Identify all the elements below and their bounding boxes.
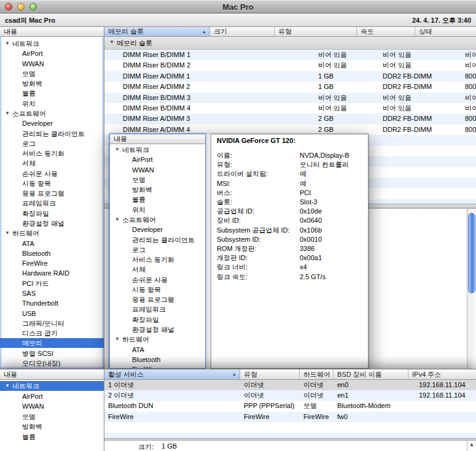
sidebar-item-디스크-굽기[interactable]: 디스크 굽기 [0, 328, 104, 338]
sidebar-item-firewire[interactable]: FireWire [110, 364, 205, 369]
sidebar-item-시동-항목[interactable]: 시동 항목 [110, 285, 205, 295]
vertical-scrollbar[interactable] [467, 209, 476, 369]
sidebar-item-developer[interactable]: Developer [0, 118, 104, 128]
sidebar-item-방화벽[interactable]: 방화벽 [0, 422, 104, 431]
sidebar-item-서비스-동기화[interactable]: 서비스 동기화 [110, 255, 205, 264]
sidebar-item-서체[interactable]: 서체 [110, 264, 205, 274]
sidebar-item-ata[interactable]: ATA [110, 345, 205, 355]
sidebar-item-볼륨[interactable]: 볼륨 [0, 88, 104, 98]
table-row[interactable]: DIMM Riser A/DIMM 32 GBDDR2 FB-DIMM800 M… [104, 114, 476, 124]
table-row[interactable]: 1 이더넷이더넷이더넷en0192.168.11.104 [104, 380, 476, 390]
sidebar-item-그래픽/모니터[interactable]: 그래픽/모니터 [0, 318, 104, 328]
column-header-memory-slot[interactable]: 메모리 슬롯 ▲ [104, 27, 210, 36]
sidebar-item-관리되는-클라이언트[interactable]: 관리되는 클라이언트 [0, 129, 104, 139]
sidebar-item-서체[interactable]: 서체 [0, 158, 104, 168]
table-row[interactable]: DIMM Riser B/DIMM 1비어 있음비어 있음비어 있음비어 있음 [104, 50, 476, 60]
table-row[interactable]: FireWireFireWireFireWirefw0 [104, 412, 476, 422]
scrollbar-thumb[interactable] [468, 213, 475, 293]
sidebar-item-airport[interactable]: AirPort [110, 155, 205, 164]
table-row[interactable]: DIMM Riser B/DIMM 3비어 있음비어 있음비어 있음비어 있음 [104, 93, 476, 103]
disclosure-open-icon[interactable]: ▼ [5, 381, 10, 391]
sidebar-item-ata[interactable]: ATA [0, 239, 104, 249]
sidebar-item-네트워크[interactable]: ▼네트워크 [0, 39, 104, 48]
sidebar-item-볼륨[interactable]: 볼륨 [110, 195, 205, 204]
sidebar-item-airport[interactable]: AirPort [0, 48, 104, 58]
sidebar-item-bluetooth[interactable]: Bluetooth [110, 355, 205, 364]
disclosure-open-icon[interactable]: ▼ [115, 334, 120, 344]
column-header-status[interactable]: 상태 [415, 27, 476, 36]
sidebar-header[interactable]: 내용 [0, 27, 104, 37]
sidebar-item-응용-프로그램[interactable]: 응용 프로그램 [0, 188, 104, 198]
memory-group-row[interactable]: ▼ 메모리 슬롯 [104, 37, 476, 50]
column-header-type[interactable]: 유형 [240, 369, 300, 379]
column-header-type[interactable]: 유형 [275, 27, 357, 36]
sidebar-item-wwan[interactable]: WWAN [110, 165, 205, 175]
sidebar-item-wwan[interactable]: WWAN [0, 59, 104, 69]
disclosure-open-icon[interactable]: ▼ [5, 39, 10, 48]
column-header-active-services[interactable]: 활성 서비스 ▲ [104, 369, 240, 379]
sidebar-item-손쉬운-사용[interactable]: 손쉬운 사용 [0, 169, 104, 179]
sidebar-item-네트워크[interactable]: ▼네트워크 [0, 381, 104, 391]
sidebar-item-방화벽[interactable]: 방화벽 [0, 79, 104, 88]
sidebar-item-관리되는-클라이언트[interactable]: 관리되는 클라이언트 [110, 235, 205, 245]
sidebar-item-pci-카드[interactable]: PCI 카드 [0, 279, 104, 288]
sidebar-item-확장파일[interactable]: 확장파일 [0, 209, 104, 218]
sidebar-item-로그[interactable]: 로그 [0, 139, 104, 148]
disclosure-open-icon[interactable]: ▼ [5, 109, 10, 118]
column-header-speed[interactable]: 속도 [357, 27, 415, 36]
sidebar-item-airport[interactable]: AirPort [0, 391, 104, 401]
scroll-up-icon[interactable]: ▲ [469, 442, 474, 447]
disclosure-open-icon[interactable]: ▼ [115, 215, 120, 225]
sidebar-item-서비스-동기화[interactable]: 서비스 동기화 [0, 148, 104, 158]
table-row[interactable]: DIMM Riser B/DIMM 4비어 있음비어 있음비어 있음비어 있음 [104, 103, 476, 114]
table-row[interactable]: 2 이더넷이더넷이더넷en1192.168.11.104 [104, 390, 476, 401]
sidebar-item-developer[interactable]: Developer [110, 225, 205, 234]
sidebar-item-병렬-scsi[interactable]: 병렬 SCSI [0, 349, 104, 358]
column-header-ipv4[interactable]: IPv4 주소 [408, 369, 476, 379]
sidebar-item-하드웨어[interactable]: ▼하드웨어 [110, 334, 205, 344]
sidebar-item-위치[interactable]: 위치 [0, 99, 104, 109]
sidebar-item-네트워크[interactable]: ▼네트워크 [110, 145, 205, 155]
table-row[interactable]: DIMM Riser A/DIMM 21 GBDDR2 FB-DIMM800 M… [104, 82, 476, 92]
disclosure-open-icon[interactable]: ▼ [109, 39, 114, 45]
sidebar-item-환경설정-패널[interactable]: 환경설정 패널 [110, 325, 205, 334]
sidebar-item-bluetooth[interactable]: Bluetooth [0, 249, 104, 258]
sidebar-item-프레임워크[interactable]: 프레임워크 [0, 198, 104, 208]
sidebar-item-소프트웨어[interactable]: ▼소프트웨어 [110, 215, 205, 225]
table-row[interactable]: Bluetooth DUNPPP (PPPSerial)모뎀Bluetooth-… [104, 401, 476, 411]
table-row[interactable] [104, 433, 476, 438]
sidebar-item-모뎀[interactable]: 모뎀 [0, 412, 104, 422]
sidebar-header[interactable]: 내용 [110, 134, 205, 144]
sidebar-item-sas[interactable]: SAS [0, 288, 104, 298]
sidebar-item-thunderbolt[interactable]: Thunderbolt [0, 298, 104, 308]
sidebar-item-시동-항목[interactable]: 시동 항목 [0, 179, 104, 188]
sidebar-item-볼륨[interactable]: 볼륨 [0, 432, 104, 442]
sidebar-header[interactable]: 내용 [0, 369, 104, 380]
column-header-size[interactable]: 크기 [210, 27, 275, 36]
sidebar-item-firewire[interactable]: FireWire [0, 258, 104, 268]
disclosure-open-icon[interactable]: ▼ [115, 145, 120, 155]
column-header-bsd-device[interactable]: BSD 장비 이름 [334, 369, 408, 379]
sidebar-item-메모리[interactable]: 메모리 [0, 338, 104, 348]
table-row[interactable] [104, 422, 476, 433]
sidebar-item-wwan[interactable]: WWAN [0, 401, 104, 411]
sidebar-item-hardware-raid[interactable]: Hardware RAID [0, 268, 104, 278]
sidebar-item-오디오(내장)[interactable]: 오디오(내장) [0, 358, 104, 368]
vertical-scrollbar[interactable]: ▲ [467, 441, 476, 451]
sidebar-item-모뎀[interactable]: 모뎀 [0, 69, 104, 79]
disclosure-open-icon[interactable]: ▼ [5, 228, 10, 238]
sidebar-item-손쉬운-사용[interactable]: 손쉬운 사용 [110, 275, 205, 285]
window-titlebar[interactable]: Mac Pro [0, 0, 476, 13]
column-header-hardware[interactable]: 하드웨어 [300, 369, 334, 379]
sidebar-item-방화벽[interactable]: 방화벽 [110, 185, 205, 195]
sidebar-item-로그[interactable]: 로그 [110, 245, 205, 255]
table-row[interactable]: DIMM Riser B/DIMM 2비어 있음비어 있음비어 있음비어 있음 [104, 60, 476, 71]
sidebar-item-하드웨어[interactable]: ▼하드웨어 [0, 228, 104, 238]
sidebar-item-usb[interactable]: USB [0, 309, 104, 318]
sidebar-item-프레임워크[interactable]: 프레임워크 [110, 304, 205, 314]
sidebar-item-확장파일[interactable]: 확장파일 [110, 315, 205, 325]
sidebar-item-소프트웨어[interactable]: ▼소프트웨어 [0, 109, 104, 118]
sidebar-item-환경설정-패널[interactable]: 환경설정 패널 [0, 218, 104, 228]
sidebar-item-모뎀[interactable]: 모뎀 [110, 175, 205, 185]
sidebar-item-응용-프로그램[interactable]: 응용 프로그램 [110, 295, 205, 304]
